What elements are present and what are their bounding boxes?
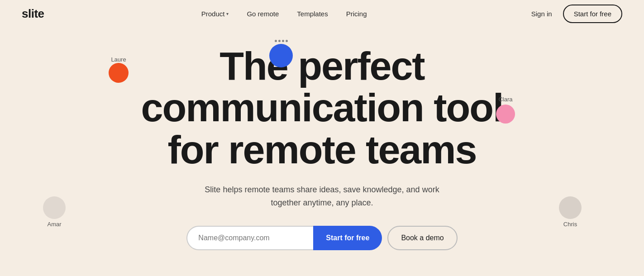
dot-4: [286, 40, 288, 42]
avatar-blue-circle: [269, 44, 293, 67]
nav-pricing[interactable]: Pricing: [339, 6, 374, 21]
nav-start-button[interactable]: Start for free: [563, 5, 622, 23]
email-input[interactable]: [186, 226, 313, 250]
avatar-blue-container: [269, 40, 293, 67]
avatar-clara: Clara: [496, 94, 515, 124]
nav-actions: Sign in Start for free: [524, 5, 622, 23]
hero-title: The perfect communication tool for remot…: [141, 45, 503, 171]
avatar-laure-circle: [109, 63, 129, 83]
nav-product[interactable]: Product ▾: [194, 6, 236, 21]
avatar-clara-label: Clara: [498, 96, 512, 103]
dots-decoration: [275, 40, 288, 42]
avatar-amar-label: Amar: [47, 221, 61, 228]
hero-cta: Start for free Book a demo: [186, 226, 457, 250]
navbar: slite Product ▾ Go remote Templates Pric…: [0, 0, 644, 27]
dot-1: [275, 40, 277, 42]
hero-subtitle: Slite helps remote teams share ideas, sa…: [205, 183, 440, 209]
avatar-laure-label: Laure: [111, 56, 126, 63]
signin-link[interactable]: Sign in: [524, 6, 559, 21]
dot-2: [278, 40, 281, 42]
nav-templates[interactable]: Templates: [290, 6, 335, 21]
nav-links: Product ▾ Go remote Templates Pricing: [194, 6, 374, 21]
avatar-laure: Laure: [109, 54, 129, 83]
brand-logo: slite: [22, 7, 44, 21]
hero-demo-button[interactable]: Book a demo: [387, 226, 457, 250]
avatar-amar-circle: [43, 196, 66, 219]
dot-3: [282, 40, 284, 42]
avatar-amar: Amar: [43, 196, 66, 228]
hero-section: Laure Clara Amar Chris The perfect commu…: [0, 27, 644, 250]
avatar-clara-circle: [496, 105, 515, 124]
chevron-down-icon: ▾: [226, 11, 229, 16]
nav-go-remote[interactable]: Go remote: [239, 6, 286, 21]
avatar-chris: Chris: [559, 196, 582, 228]
hero-start-button[interactable]: Start for free: [313, 226, 382, 250]
avatar-chris-circle: [559, 196, 582, 219]
avatar-chris-label: Chris: [563, 221, 577, 228]
